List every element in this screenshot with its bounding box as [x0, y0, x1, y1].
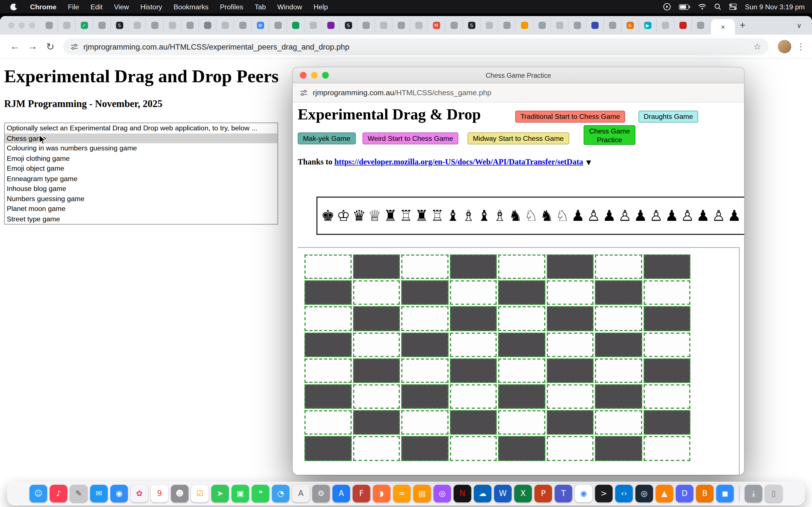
active-tab[interactable]: × [711, 19, 735, 35]
tab-close-icon[interactable]: × [721, 23, 725, 31]
browser-tab[interactable]: M [428, 18, 445, 33]
browser-tab[interactable] [586, 18, 604, 33]
control-center-icon[interactable] [729, 4, 737, 10]
dock-icon-calculator[interactable]: = [393, 485, 410, 502]
menu-help[interactable]: Help [308, 3, 334, 11]
board-square[interactable] [450, 410, 497, 435]
browser-tab[interactable] [234, 18, 252, 33]
board-square[interactable] [353, 436, 400, 461]
dock-icon-word[interactable]: W [494, 485, 511, 502]
chess-piece[interactable]: ♗ [492, 208, 507, 223]
browser-tab[interactable] [322, 18, 340, 33]
board-square[interactable] [547, 436, 594, 461]
board-square[interactable] [644, 306, 690, 331]
browser-tab[interactable] [534, 18, 551, 33]
browser-tab[interactable] [604, 18, 621, 33]
chess-piece[interactable]: ♚ [320, 208, 336, 223]
browser-tab[interactable] [269, 18, 287, 33]
browser-tab[interactable] [129, 18, 146, 33]
browser-tab[interactable] [375, 18, 393, 33]
dock-icon-terminal[interactable]: > [595, 485, 612, 502]
chess-piece[interactable]: ♝ [445, 208, 461, 223]
dock-icon-netflix[interactable]: N [454, 485, 471, 502]
board-square[interactable] [401, 385, 448, 409]
mak-yek-game-button[interactable]: Mak-yek Game [298, 132, 356, 144]
browser-tab[interactable] [58, 18, 75, 33]
board-square[interactable] [450, 281, 497, 305]
board-square[interactable] [353, 410, 400, 435]
board-square[interactable] [547, 255, 594, 279]
chess-piece[interactable]: ♞ [507, 208, 523, 223]
dock-icon-notes[interactable]: ✎ [70, 485, 87, 502]
site-settings-icon[interactable] [70, 43, 79, 51]
menu-view[interactable]: View [108, 3, 135, 11]
board-square[interactable] [547, 385, 594, 409]
dock-icon-teams[interactable]: T [555, 485, 572, 502]
chess-piece[interactable]: ♟ [695, 208, 711, 223]
board-square[interactable] [644, 410, 690, 435]
apple-menu-icon[interactable] [10, 3, 17, 10]
board-square[interactable] [305, 385, 351, 409]
menu-edit[interactable]: Edit [85, 3, 108, 11]
draughts-game-button[interactable]: Draughts Game [639, 111, 698, 122]
listbox-option[interactable]: Planet moon game [5, 204, 278, 214]
dock-icon-books[interactable]: ▤ [413, 485, 431, 502]
chess-piece[interactable]: ♟ [570, 208, 586, 223]
board-square[interactable] [547, 306, 594, 331]
browser-tab[interactable] [357, 18, 375, 33]
board-square[interactable] [644, 255, 690, 279]
dock-icon-downloads[interactable]: ⤓ [745, 485, 762, 502]
board-square[interactable] [450, 436, 497, 461]
chess-piece[interactable]: ♘ [555, 208, 570, 223]
board-square[interactable] [547, 281, 594, 305]
board-square[interactable] [353, 281, 400, 305]
browser-tab[interactable] [216, 18, 234, 33]
board-square[interactable] [450, 332, 497, 357]
browser-tab[interactable] [569, 18, 586, 33]
dock-icon-reminders[interactable]: ☑ [191, 485, 209, 502]
menu-history[interactable]: History [135, 3, 168, 11]
board-square[interactable] [498, 410, 545, 435]
popup-close-button[interactable] [300, 72, 306, 78]
chess-piece[interactable]: ♖ [429, 208, 445, 223]
chess-piece[interactable]: ♙ [586, 208, 601, 223]
chess-piece[interactable]: ♙ [742, 208, 744, 223]
browser-tab[interactable] [516, 18, 533, 33]
mozilla-setdata-link[interactable]: https://developer.mozilla.org/en-US/docs… [335, 157, 583, 166]
board-square[interactable] [353, 255, 400, 279]
popup-address-bar[interactable]: rjmprogramming.com.au/HTMLCSS/chess_game… [293, 83, 744, 103]
board-square[interactable] [644, 281, 690, 305]
dock-icon-vlc[interactable]: ▲ [656, 485, 673, 502]
dock-icon-facetime[interactable]: ▣ [232, 485, 249, 502]
dock-icon-chrome[interactable]: ◉ [575, 485, 592, 502]
dock-icon-zoom[interactable]: ◼ [716, 485, 733, 502]
browser-tab[interactable] [93, 18, 111, 33]
board-square[interactable] [401, 410, 448, 435]
dock-icon-blender[interactable]: B [696, 485, 714, 502]
dock-icon-firefox[interactable]: ◗ [373, 485, 390, 502]
board-square[interactable] [547, 358, 594, 383]
board-square[interactable] [644, 332, 690, 357]
popup-url-text[interactable]: rjmprogramming.com.au/HTMLCSS/chess_game… [313, 89, 492, 97]
midway-start-button[interactable]: Midway Start to Chess Game [468, 132, 569, 144]
listbox-option[interactable]: Street type game [5, 214, 278, 224]
chess-piece[interactable]: ♞ [539, 208, 554, 223]
chess-piece[interactable]: ♜ [383, 208, 398, 223]
browser-tab[interactable] [480, 18, 498, 33]
listbox-option[interactable]: Inhouse blog game [5, 184, 278, 194]
menu-profiles[interactable]: Profiles [214, 3, 249, 11]
profile-avatar[interactable] [778, 40, 792, 53]
listbox-option[interactable]: Optionally select an Experimental Drag a… [5, 123, 278, 133]
popup-title-bar[interactable]: Chess Game Practice [293, 67, 744, 83]
dock-icon-onedrive[interactable]: ☁ [474, 485, 492, 502]
chess-game-practice-button[interactable]: Chess Game Practice [583, 125, 636, 145]
bookmark-star-icon[interactable]: ☆ [753, 41, 761, 52]
address-bar[interactable]: rjmprogramming.com.au/HTMLCSS/experiment… [63, 38, 769, 55]
browser-tab[interactable] [657, 18, 674, 33]
chess-piece[interactable]: ♟ [601, 208, 617, 223]
dock-icon-safari[interactable]: ◉ [110, 485, 128, 502]
dock-icon-app-store[interactable]: A [333, 485, 350, 502]
board-square[interactable] [401, 281, 448, 305]
board-square[interactable] [595, 306, 642, 331]
browser-tab[interactable]: ▶ [639, 18, 656, 33]
